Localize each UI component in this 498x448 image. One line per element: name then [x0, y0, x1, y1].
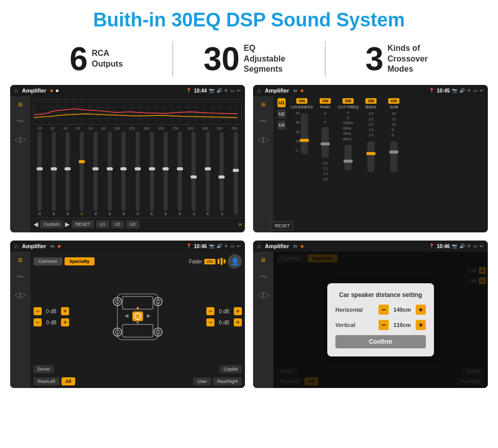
dialog-vertical-minus[interactable]: − — [379, 320, 389, 330]
eq-app-title: Amplifier — [22, 87, 46, 94]
fader-bars — [217, 258, 226, 265]
cross-db-val-3: 0 dB — [216, 309, 232, 314]
cross-plus-1[interactable]: + — [61, 307, 69, 315]
eq-u1-btn[interactable]: U1 — [96, 220, 109, 228]
cross-all-btn[interactable]: All — [61, 377, 76, 385]
dialog-vertical-plus[interactable]: + — [416, 320, 426, 330]
eq-next-btn[interactable]: ▶ — [65, 221, 70, 228]
dsp-sub-slider[interactable] — [390, 141, 397, 172]
eq-u2-btn[interactable]: U2 — [111, 220, 124, 228]
dsp-sub-on[interactable]: ON — [388, 98, 399, 104]
stat-eq-label: EQ Adjustable Segments — [244, 43, 295, 75]
cross-db-val-4: 0 dB — [216, 320, 232, 325]
cross-sidebar-sound-icon[interactable]: ◁▷ — [14, 290, 26, 300]
dsp-cutfreq-on[interactable]: ON — [343, 98, 354, 104]
eq-chevrons-icon[interactable]: » — [238, 221, 242, 228]
cross-plus-2[interactable]: + — [61, 318, 69, 326]
cross-plus-4[interactable]: + — [234, 318, 242, 326]
dsp-u1-btn[interactable]: U1 — [277, 98, 286, 107]
cross-minus-3[interactable]: − — [206, 307, 214, 315]
dsp-sub-label: SUB — [390, 105, 398, 109]
cross-db-row-3: − 0 dB + — [206, 307, 242, 315]
eq-prev-btn[interactable]: ◀ — [34, 221, 38, 228]
dialog-horizontal-minus[interactable]: − — [379, 305, 389, 315]
cross-minus-4[interactable]: − — [206, 318, 214, 326]
dlg-sidebar-sound-icon[interactable]: ◁▷ — [257, 290, 269, 300]
screen-dsp: ⌂ Amplifier 📍 10:45 📷 🔊 ✕ ▭ ↩ ≡ 〜 ◁▷ — [253, 85, 488, 232]
cross-tab-common[interactable]: Common — [34, 257, 63, 265]
dlg-home-icon[interactable]: ⌂ — [257, 243, 261, 250]
cross-driver-btn[interactable]: Driver — [34, 365, 54, 373]
dsp-phat-on[interactable]: ON — [320, 98, 331, 104]
cross-tabs: Common Specialty — [34, 257, 95, 265]
eq-sidebar-eq-icon[interactable]: ≡ — [18, 100, 22, 109]
eq-main-area: 25 32 40 50 63 80 100 125 160 200 250 32… — [30, 96, 245, 232]
cross-profile-icon[interactable]: 👤 — [228, 254, 242, 268]
dsp-app-title: Amplifier — [265, 87, 289, 94]
dialog-vertical-value: 110cm — [391, 322, 414, 328]
fader-on-badge[interactable]: ON — [204, 259, 215, 264]
dialog-overlay: Car speaker distance setting Horizontal … — [273, 252, 488, 388]
dsp-bass-slider[interactable] — [367, 141, 375, 172]
svg-text:◀: ◀ — [124, 313, 129, 318]
cross-copilot-btn[interactable]: Copilot — [220, 365, 242, 373]
cross-tab-specialty[interactable]: Specialty — [65, 257, 95, 265]
stat-divider-2 — [325, 41, 326, 77]
dialog-horizontal-plus[interactable]: + — [416, 305, 426, 315]
dialog-horizontal-controls: − 140cm + — [379, 305, 426, 315]
dsp-cutfreq-slider[interactable] — [345, 145, 352, 170]
eq-reset-btn[interactable]: RESET — [72, 220, 94, 228]
dsp-sidebar-wave-icon[interactable]: 〜 — [259, 116, 267, 127]
dsp-sidebar-eq-icon[interactable]: ≡ — [261, 100, 265, 109]
dlg-dot-rect — [293, 245, 297, 248]
eq-slider-9: 0 — [164, 132, 168, 216]
dsp-loudness-slider[interactable] — [301, 113, 308, 154]
dsp-loudness-label: LOUDNESS — [291, 105, 313, 109]
eq-u3-btn[interactable]: U3 — [126, 220, 139, 228]
eq-freq-labels: 25 32 40 50 63 80 100 125 160 200 250 32… — [34, 127, 242, 130]
stat-crossover: 3 Kinds of Crossover Modes — [336, 43, 468, 75]
dlg-sidebar-eq-icon[interactable]: ≡ — [261, 256, 265, 265]
eq-window-icon: ▭ — [230, 88, 235, 93]
dsp-loudness-nums: 64 48 32 16 0 — [296, 111, 300, 152]
dsp-controls: ON LOUDNESS 64 48 32 16 0 — [290, 96, 488, 232]
eq-camera-icon: 📷 — [209, 88, 214, 93]
dsp-sidebar-sound-icon[interactable]: ◁▷ — [257, 134, 269, 144]
dsp-bass-label: BASS — [365, 105, 376, 109]
stat-eq-number: 30 — [203, 43, 239, 75]
cross-main: Common Specialty Fader ON 👤 — [30, 252, 245, 388]
cross-sidebar-eq-icon[interactable]: ≡ — [18, 256, 22, 265]
cross-rearright-btn[interactable]: RearRight — [213, 377, 242, 385]
dsp-phat-slider[interactable] — [322, 127, 329, 158]
eq-sidebar-sound-icon[interactable]: ◁▷ — [14, 134, 26, 144]
cross-minus-1[interactable]: − — [34, 307, 42, 315]
cross-home-icon[interactable]: ⌂ — [14, 243, 18, 250]
eq-sidebar-wave-icon[interactable]: 〜 — [16, 116, 24, 127]
dsp-phat-label: PHAT — [320, 105, 331, 109]
dlg-app-title: Amplifier — [265, 243, 289, 249]
eq-slider-2: 0 — [66, 132, 70, 216]
dsp-u2-btn[interactable]: U2 — [277, 109, 286, 118]
cross-dot-orange — [58, 245, 60, 248]
dsp-loudness-on[interactable]: ON — [296, 98, 307, 104]
dialog-confirm-button[interactable]: Confirm — [335, 335, 426, 348]
eq-slider-4: 0 — [94, 132, 98, 216]
cross-minus-2[interactable]: − — [34, 318, 42, 326]
cross-dot-rect — [50, 245, 54, 248]
eq-custom-btn[interactable]: Custom — [40, 220, 63, 228]
fader-bar-2 — [221, 258, 223, 265]
screen-crossover: ⌂ Amplifier 📍 10:46 📷 🔊 ✕ ▭ ↩ ≡ 〜 ◁▷ — [10, 241, 245, 388]
cross-sidebar-wave-icon[interactable]: 〜 — [16, 272, 24, 283]
dsp-u3-btn[interactable]: U3 — [277, 121, 286, 130]
cross-user-btn[interactable]: User — [193, 377, 211, 385]
eq-slider-6: 0 — [121, 132, 126, 216]
eq-slider-10: 0 — [178, 132, 182, 216]
screens-grid: ⌂ Amplifier 📍 10:44 📷 🔊 ✕ ▭ ↩ ≡ 〜 ◁▷ — [0, 85, 498, 396]
dlg-sidebar-wave-icon[interactable]: 〜 — [259, 272, 267, 283]
cross-right-db: − 0 dB + − 0 dB + — [206, 307, 242, 326]
dsp-home-icon[interactable]: ⌂ — [257, 87, 261, 94]
cross-plus-3[interactable]: + — [234, 307, 242, 315]
home-icon[interactable]: ⌂ — [14, 87, 18, 94]
cross-rearleft-btn[interactable]: RearLeft — [34, 377, 59, 385]
dsp-bass-on[interactable]: ON — [365, 98, 377, 104]
